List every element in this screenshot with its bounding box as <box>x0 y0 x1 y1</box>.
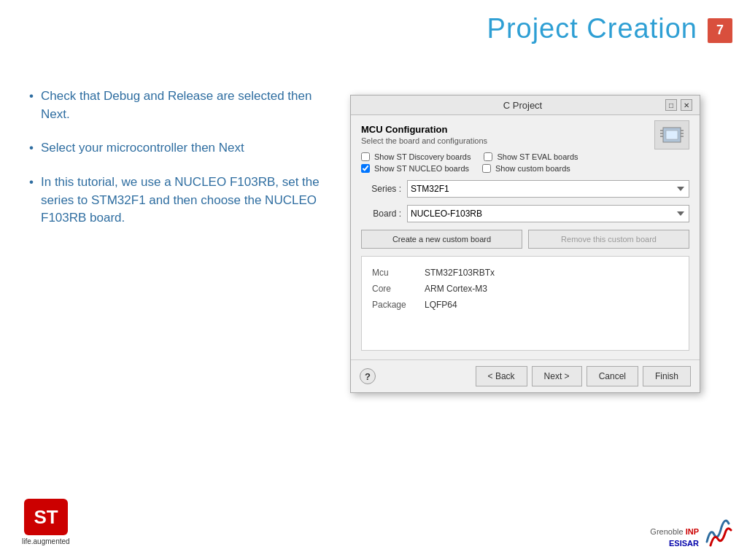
finish-button[interactable]: Finish <box>643 366 691 386</box>
footer-left: ? <box>360 368 376 384</box>
back-button[interactable]: < Back <box>476 366 527 386</box>
custom-buttons: Create a new custom board Remove this cu… <box>361 230 689 249</box>
remove-custom-board-button[interactable]: Remove this custom board <box>528 230 689 249</box>
info-value: LQFP64 <box>425 298 678 312</box>
checkbox-row-2: Show ST NUCLEO boards Show custom boards <box>361 164 689 173</box>
dialog-titlebar: C Project □ ✕ <box>351 96 700 115</box>
checkbox-discovery[interactable] <box>361 152 370 161</box>
list-item: Check that Debug and Release are selecte… <box>29 88 336 123</box>
branding-area: Grenoble INP ESISAR <box>650 513 732 549</box>
c-project-dialog: C Project □ ✕ MCU Configuration Select t… <box>350 95 700 393</box>
header: Project Creation 7 <box>487 0 747 44</box>
grenoble-text: Grenoble <box>650 527 683 536</box>
checkbox-custom[interactable] <box>482 164 491 173</box>
minimize-button[interactable]: □ <box>665 99 677 111</box>
svg-text:ST: ST <box>34 506 58 528</box>
bullet-list: Check that Debug and Release are selecte… <box>29 88 336 228</box>
info-key: Mcu <box>372 265 423 280</box>
table-row: Core ARM Cortex-M3 <box>372 281 678 296</box>
create-custom-board-button[interactable]: Create a new custom board <box>361 230 522 249</box>
series-select[interactable]: STM32F1 <box>407 180 689 198</box>
mcu-icon <box>654 120 689 149</box>
series-row: Series : STM32F1 <box>361 180 689 198</box>
info-key: Package <box>372 298 423 312</box>
branding-text: Grenoble INP ESISAR <box>650 526 699 549</box>
checkbox-eval-label[interactable]: Show ST EVAL boards <box>484 152 578 161</box>
dialog-wrapper: C Project □ ✕ MCU Configuration Select t… <box>350 95 700 393</box>
dialog-body: MCU Configuration Select the board and c… <box>351 115 700 359</box>
logo-area: ST life.augmented <box>22 499 70 545</box>
series-label: Series : <box>361 184 401 194</box>
cancel-button[interactable]: Cancel <box>587 366 638 386</box>
checkbox-eval[interactable] <box>484 152 492 161</box>
checkbox-discovery-text: Show ST Discovery boards <box>374 152 471 161</box>
info-table: Mcu STM32F103RBTx Core ARM Cortex-M3 Pac… <box>371 264 680 314</box>
board-select[interactable]: NUCLEO-F103RB <box>407 205 689 222</box>
dialog-footer: ? < Back Next > Cancel Finish <box>351 359 700 392</box>
info-value: ARM Cortex-M3 <box>425 281 678 296</box>
info-table-wrapper: Mcu STM32F103RBTx Core ARM Cortex-M3 Pac… <box>361 256 689 351</box>
dialog-title: C Project <box>380 100 665 111</box>
table-row: Package LQFP64 <box>372 298 678 312</box>
list-item: In this tutorial, we use a NUCLEO F103RB… <box>29 174 336 228</box>
page-title: Project Creation <box>487 13 697 44</box>
mcu-subtitle: Select the board and configurations <box>361 136 689 145</box>
footer-right: < Back Next > Cancel Finish <box>476 366 691 386</box>
close-button[interactable]: ✕ <box>681 99 692 111</box>
page-number-badge: 7 <box>708 18 732 43</box>
checkbox-nucleo-text: Show ST NUCLEO boards <box>374 164 469 173</box>
checkbox-custom-text: Show custom boards <box>495 164 570 173</box>
info-value: STM32F103RBTx <box>425 265 678 280</box>
checkbox-nucleo[interactable] <box>361 164 370 173</box>
board-label: Board : <box>361 209 401 219</box>
table-row: Mcu STM32F103RBTx <box>372 265 678 280</box>
mcu-heading: MCU Configuration <box>361 124 689 135</box>
checkbox-row-1: Show ST Discovery boards Show ST EVAL bo… <box>361 152 689 161</box>
st-logo-icon: ST <box>24 499 68 535</box>
checkbox-eval-text: Show ST EVAL boards <box>497 152 578 161</box>
next-button[interactable]: Next > <box>532 366 582 386</box>
wave-icon <box>703 513 732 549</box>
logo-tagline: life.augmented <box>22 537 70 545</box>
list-item: Select your microcontroller then Next <box>29 139 336 158</box>
checkbox-custom-label[interactable]: Show custom boards <box>482 164 570 173</box>
checkbox-discovery-label[interactable]: Show ST Discovery boards <box>361 152 471 161</box>
left-content: Check that Debug and Release are selecte… <box>29 88 336 244</box>
checkbox-nucleo-label[interactable]: Show ST NUCLEO boards <box>361 164 469 173</box>
help-button[interactable]: ? <box>360 368 376 384</box>
svg-rect-1 <box>666 131 678 139</box>
esisar-text: ESISAR <box>669 539 699 548</box>
dialog-controls: □ ✕ <box>665 99 692 111</box>
board-row: Board : NUCLEO-F103RB <box>361 205 689 222</box>
info-key: Core <box>372 281 423 296</box>
inp-text: INP <box>686 527 699 536</box>
